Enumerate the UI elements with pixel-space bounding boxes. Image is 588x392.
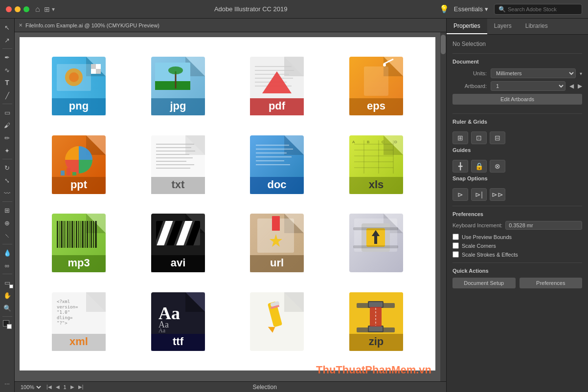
- prev-artboard-step-button[interactable]: ◀: [56, 384, 60, 390]
- ruler-grids-row-label: Ruler & Grids: [452, 119, 582, 129]
- tab-title: FileInfo.com Example.ai @ 100% (CMYK/GPU…: [25, 22, 159, 28]
- tab-properties[interactable]: Properties: [447, 19, 487, 34]
- show-grid-button[interactable]: ⊡: [471, 131, 487, 144]
- shape-builder-tool[interactable]: ⊕: [1, 217, 13, 229]
- scale-corners-checkbox[interactable]: [452, 242, 459, 249]
- perspective-grid-tool[interactable]: ⟍: [1, 230, 13, 241]
- selection-tool[interactable]: ↖: [1, 22, 13, 33]
- workspace-switcher-icon[interactable]: ⊞: [44, 5, 50, 13]
- minimize-button[interactable]: [15, 6, 21, 12]
- essentials-button[interactable]: Essentials ▾: [454, 5, 488, 13]
- svg-rect-103: [76, 221, 77, 248]
- scale-strokes-checkbox[interactable]: [452, 251, 459, 258]
- shaper-tool[interactable]: ✦: [1, 145, 13, 156]
- warp-tool[interactable]: 〰: [1, 187, 13, 199]
- svg-text:xls: xls: [368, 178, 384, 191]
- artboard-next-icon[interactable]: ▶: [578, 83, 582, 89]
- fill-stroke-indicator[interactable]: [2, 319, 13, 330]
- next-artboard-button[interactable]: ▶|: [78, 384, 84, 390]
- keyboard-increment-input[interactable]: [505, 221, 582, 230]
- pen-tool[interactable]: ✒: [1, 51, 13, 63]
- units-select[interactable]: Millimeters Pixels Inches Points: [491, 68, 576, 78]
- next-artboard-step-button[interactable]: ▶: [70, 384, 74, 390]
- rectangle-tool[interactable]: ▭: [1, 107, 13, 118]
- use-preview-bounds-checkbox[interactable]: [452, 234, 459, 240]
- tab-libraries[interactable]: Libraries: [519, 19, 555, 34]
- search-stock-input[interactable]: 🔍 Search Adobe Stock: [494, 4, 582, 15]
- type-tool[interactable]: T: [1, 77, 13, 88]
- snap-to-pixel-button[interactable]: ⊳⊳: [490, 188, 505, 201]
- traffic-lights: [6, 6, 29, 12]
- home-icon[interactable]: ⌂: [35, 5, 40, 14]
- search-icon: 🔍: [498, 6, 506, 13]
- artboard-prev-icon[interactable]: ◀: [569, 83, 574, 89]
- svg-rect-111: [93, 221, 94, 248]
- canvas-scroll-area[interactable]: png: [15, 32, 446, 381]
- pencil-tool[interactable]: ✏: [1, 132, 13, 144]
- more-tools-btn[interactable]: ···: [1, 377, 13, 389]
- divider-3: [452, 206, 582, 206]
- canvas-content: png: [20, 37, 435, 370]
- document-setup-button[interactable]: Document Setup: [452, 278, 516, 288]
- workspace-chevron-icon[interactable]: ▾: [52, 6, 55, 13]
- file-icon-cell-ttf: Aa Aa Aa ttf: [129, 283, 228, 361]
- tab-layers[interactable]: Layers: [487, 19, 519, 34]
- svg-text:"?">: "?">: [57, 321, 68, 326]
- search-ideas-icon[interactable]: 💡: [439, 4, 449, 14]
- artboard-tool[interactable]: ▭: [1, 277, 13, 288]
- svg-point-5: [69, 72, 79, 82]
- main-layout: ↖ ↗ ✒ ∿ T ╱ ▭ 🖌 ✏ ✦ ↻ ⤡ 〰 ⊞ ⊕ ⟍ 💧 ∞ ▭ ✋ …: [0, 19, 588, 392]
- snap-to-point-button[interactable]: ⊳: [452, 188, 468, 201]
- file-icon-jpg: jpg: [151, 57, 205, 115]
- close-button[interactable]: [6, 6, 12, 12]
- status-bar: 100% 50% 200% |◀ ◀ 1 ▶ ▶| Selection: [15, 381, 446, 392]
- svg-text:B: B: [367, 140, 369, 144]
- edit-artboards-button[interactable]: Edit Artboards: [452, 94, 582, 105]
- svg-text:ttf: ttf: [173, 335, 184, 348]
- show-pixel-grid-button[interactable]: ⊟: [490, 131, 505, 144]
- snap-to-grid-button[interactable]: ⊳|: [471, 188, 487, 201]
- prev-artboard-button[interactable]: |◀: [46, 384, 52, 390]
- toolbar-separator-3: [2, 159, 12, 159]
- show-rulers-button[interactable]: ⊞: [452, 131, 468, 144]
- file-icon-eps: eps: [349, 57, 403, 115]
- svg-rect-110: [90, 221, 92, 248]
- vertical-scrollbar[interactable]: [440, 32, 446, 381]
- rotate-tool[interactable]: ↻: [1, 162, 13, 174]
- guides-label: Guides: [452, 147, 471, 153]
- ruler-grids-buttons: ⊞ ⊡ ⊟: [452, 131, 582, 144]
- line-tool[interactable]: ╱: [1, 89, 13, 101]
- artboard-select[interactable]: 1: [491, 81, 565, 91]
- units-chevron-icon: ▾: [580, 71, 582, 76]
- curvature-tool[interactable]: ∿: [1, 64, 13, 76]
- maximize-button[interactable]: [23, 6, 29, 12]
- zoom-select[interactable]: 100% 50% 200%: [19, 384, 43, 391]
- svg-rect-96: [61, 221, 63, 248]
- toolbar-separator-1: [2, 48, 12, 49]
- zoom-tool[interactable]: 🔍: [1, 302, 13, 314]
- preferences-button[interactable]: Preferences: [520, 278, 583, 288]
- svg-text:C: C: [382, 140, 384, 144]
- show-guides-button[interactable]: ╋: [452, 160, 468, 173]
- paintbrush-tool[interactable]: 🖌: [1, 119, 13, 131]
- file-icon-cell-avi: avi: [129, 204, 228, 283]
- svg-text:doc: doc: [268, 178, 287, 191]
- svg-text:D: D: [394, 140, 397, 144]
- eyedropper-tool[interactable]: 💧: [1, 247, 13, 259]
- scale-corners-row: Scale Corners: [452, 242, 582, 249]
- svg-rect-105: [80, 221, 81, 248]
- hand-tool[interactable]: ✋: [1, 289, 13, 301]
- file-icon-cell-mp3: mp3: [29, 204, 129, 283]
- svg-text:A: A: [352, 140, 355, 144]
- svg-text:mp3: mp3: [68, 257, 90, 269]
- lock-guides-button[interactable]: 🔒: [471, 160, 487, 173]
- scale-tool[interactable]: ⤡: [1, 174, 13, 186]
- clear-guides-button[interactable]: ⊗: [490, 160, 505, 173]
- direct-selection-tool[interactable]: ↗: [1, 34, 13, 46]
- file-icon-txt: txt: [151, 135, 205, 194]
- scrollbar-thumb[interactable]: [441, 35, 446, 54]
- tab-close-button[interactable]: ✕: [19, 22, 23, 28]
- blend-tool[interactable]: ∞: [1, 260, 13, 271]
- svg-rect-95: [59, 221, 60, 248]
- free-transform-tool[interactable]: ⊞: [1, 204, 13, 216]
